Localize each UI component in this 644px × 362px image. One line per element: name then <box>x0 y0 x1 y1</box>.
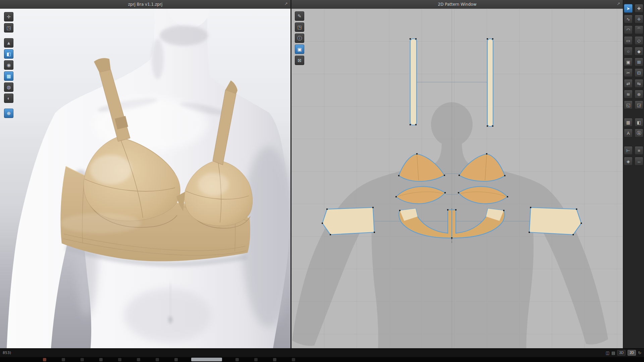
window-split-icon[interactable]: ◫ <box>606 351 609 355</box>
pattern-strap-left[interactable] <box>410 39 417 125</box>
pattern-info-button[interactable]: ⓘ <box>295 34 304 43</box>
garment-display-icon: ◳ <box>6 25 11 30</box>
world-axis-button[interactable]: ⊕ <box>4 109 13 118</box>
seam-allowance-button[interactable]: ▣ <box>624 58 633 66</box>
dart-tool-icon: ◆ <box>637 49 641 54</box>
edit-texture-button[interactable]: ▦ <box>624 118 633 127</box>
view-2d-button[interactable]: 2D <box>628 350 636 356</box>
garment-display-button[interactable]: ◳ <box>4 23 13 33</box>
dart-tool-button[interactable]: ◆ <box>635 47 643 56</box>
3d-viewport-panel: zprj Bra v1.1.zprj ↗ <box>0 0 290 348</box>
2d-toolbar: ✎ ◳ ⓘ ▣ ⊠ <box>295 11 304 65</box>
seam-allowance-icon: ▣ <box>626 60 630 64</box>
free-sewing-button[interactable]: ⇆ <box>635 79 643 88</box>
remove-sewing-button[interactable]: ⊗ <box>635 90 643 99</box>
create-dart-button[interactable]: ◇ <box>635 36 643 45</box>
2d-pattern-canvas[interactable]: ✎ ◳ ⓘ ▣ ⊠ <box>291 9 623 348</box>
3d-window-title: zprj Bra v1.1.zprj <box>128 2 163 7</box>
right-toolbar: ➤ ✚ ∿ ✛ ◠ ⌒ ▭ ◇ ○ ◆ ▣ ⊞ ✂ ⊡ ⇄ ⇆ <box>623 0 644 348</box>
pattern-symmetry-button[interactable]: ◈ <box>624 157 633 166</box>
pattern-strap-right[interactable] <box>487 39 493 126</box>
sync-3d-button[interactable]: ▣ <box>295 45 304 54</box>
tape-tool-button[interactable]: ≡ <box>635 146 643 155</box>
window-layout-icon[interactable]: ▤ <box>611 351 615 355</box>
pattern-upper-cup-left[interactable] <box>399 154 444 181</box>
pattern-display-button[interactable]: ◳ <box>295 22 304 32</box>
measure-button[interactable]: ⊢ <box>624 146 633 155</box>
pattern-upper-cup-right[interactable] <box>459 154 505 181</box>
cut-tool-button[interactable]: ✂ <box>624 68 633 77</box>
taskbar-item[interactable] <box>43 358 46 361</box>
taskbar-item-active[interactable] <box>191 358 222 361</box>
transform-pattern-button[interactable]: ➤ <box>624 4 633 13</box>
create-rectangle-button[interactable]: ▭ <box>624 36 633 45</box>
taskbar-item[interactable] <box>80 358 84 361</box>
taskbar-item[interactable] <box>137 358 140 361</box>
pattern-display-icon: ◳ <box>297 25 302 29</box>
trace-tool-button[interactable]: ⊡ <box>635 68 643 77</box>
3d-toolbar: ✛ ◳ ▲ ◧ ◉ ▦ ◍ ◐ ⊕ <box>4 12 13 118</box>
view-3d-button[interactable]: 3D <box>617 350 626 356</box>
create-circle-icon: ○ <box>627 49 630 54</box>
sync-3d-icon: ▣ <box>297 47 302 52</box>
taskbar-item[interactable] <box>254 358 258 361</box>
add-point-icon: ✛ <box>637 17 641 21</box>
unfold-arrangement-button[interactable]: ◲ <box>635 101 643 109</box>
taskbar-item[interactable] <box>273 358 276 361</box>
3d-window-titlebar[interactable]: zprj Bra v1.1.zprj ↗ <box>0 0 290 9</box>
refresh-icon[interactable]: ↻ <box>638 351 641 355</box>
thickness-display-icon: ◐ <box>7 96 10 101</box>
edit-texture-icon: ▦ <box>626 120 630 125</box>
segment-sewing-button[interactable]: ⇄ <box>624 79 633 88</box>
avatar-display-icon: ◉ <box>7 63 11 67</box>
popout-icon[interactable]: ↗ <box>284 1 288 6</box>
edit-arc-button[interactable]: ◠ <box>624 25 633 34</box>
taskbar-item[interactable] <box>156 358 159 361</box>
edit-pattern-icon: ✎ <box>298 14 302 18</box>
select-move-button[interactable]: ▲ <box>4 38 13 48</box>
create-circle-button[interactable]: ○ <box>624 47 633 56</box>
taskbar-item[interactable] <box>118 358 121 361</box>
taskbar-item[interactable] <box>235 358 239 361</box>
pattern-side-band-left[interactable] <box>322 207 374 235</box>
internal-grid-button[interactable]: ⊞ <box>635 58 643 66</box>
2d-window-titlebar[interactable]: 2D Pattern Window ↗ <box>291 0 623 9</box>
2d-pattern-scene <box>291 9 623 348</box>
pin-tool-button[interactable]: ◧ <box>4 49 13 59</box>
simulate-button[interactable]: ✛ <box>4 12 13 21</box>
create-rectangle-icon: ▭ <box>626 39 630 43</box>
edit-curvature-button[interactable]: ∿ <box>624 15 633 23</box>
3d-viewport[interactable]: ✛ ◳ ▲ ◧ ◉ ▦ ◍ ◐ ⊕ <box>0 9 290 348</box>
3d-scene <box>0 9 290 348</box>
taskbar <box>0 357 644 362</box>
fabric-texture-icon: ▦ <box>6 74 11 78</box>
popout-icon[interactable]: ↗ <box>617 1 620 6</box>
edit-pattern-button[interactable]: ✎ <box>295 11 304 21</box>
add-text-button[interactable]: A <box>624 129 633 137</box>
curve-tool-button[interactable]: ⌒ <box>635 25 643 34</box>
thickness-display-button[interactable]: ◐ <box>4 94 13 103</box>
add-point-button[interactable]: ✛ <box>635 15 643 23</box>
taskbar-item[interactable] <box>99 358 103 361</box>
create-polygon-button[interactable]: ✚ <box>635 4 643 13</box>
avatar-display-button[interactable]: ◉ <box>4 60 13 70</box>
stitch-display-button[interactable]: ◍ <box>4 82 13 92</box>
add-graphic-button[interactable]: ◧ <box>635 118 643 127</box>
create-dart-icon: ◇ <box>637 39 641 43</box>
mn-sewing-button[interactable]: ≋ <box>624 90 633 99</box>
taskbar-item[interactable] <box>174 358 178 361</box>
pin-tool-icon: ◧ <box>6 52 11 56</box>
segment-sewing-icon: ⇄ <box>627 81 630 86</box>
taskbar-item[interactable] <box>292 358 295 361</box>
lock-pattern-button[interactable]: ⊠ <box>295 56 304 65</box>
transform-pattern-icon: ➤ <box>627 6 630 11</box>
pattern-side-band-right[interactable] <box>529 207 581 235</box>
flip-tool-button[interactable]: ↔ <box>635 157 643 166</box>
grading-button[interactable]: Ⓐ <box>635 129 643 137</box>
add-graphic-icon: ◧ <box>637 120 641 125</box>
2d-pattern-panel: 2D Pattern Window ↗ <box>291 0 623 348</box>
free-sewing-icon: ⇆ <box>637 81 641 86</box>
fold-arrangement-button[interactable]: ◱ <box>624 101 633 109</box>
taskbar-item[interactable] <box>62 358 65 361</box>
fabric-texture-button[interactable]: ▦ <box>4 71 13 81</box>
